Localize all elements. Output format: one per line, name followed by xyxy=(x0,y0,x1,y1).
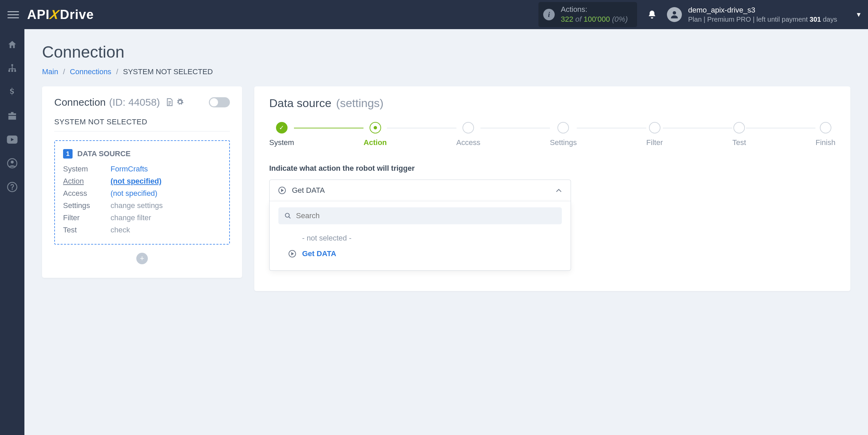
logo-api: API xyxy=(27,7,50,22)
svg-rect-4 xyxy=(14,70,16,72)
home-icon[interactable] xyxy=(6,39,18,51)
action-option-none[interactable]: - not selected - xyxy=(278,230,562,246)
settings-title: Data source xyxy=(269,97,331,110)
svg-point-9 xyxy=(12,189,13,190)
step-settings[interactable]: Settings xyxy=(550,122,577,147)
crumb-connections[interactable]: Connections xyxy=(70,67,111,76)
row-test-label: Test xyxy=(63,226,111,234)
step-access[interactable]: Access xyxy=(456,122,480,147)
help-icon[interactable] xyxy=(6,181,18,193)
video-icon[interactable] xyxy=(6,133,18,146)
avatar-icon xyxy=(667,7,682,22)
crumb-main[interactable]: Main xyxy=(42,67,58,76)
row-settings-label: Settings xyxy=(63,201,111,210)
settings-subtitle: (settings) xyxy=(336,97,383,110)
logo[interactable]: API X Drive xyxy=(27,7,94,22)
step-system[interactable]: ✓System xyxy=(269,122,294,147)
actions-of: of xyxy=(575,15,581,23)
briefcase-icon[interactable] xyxy=(6,110,18,122)
data-source-block[interactable]: 1 DATA SOURCE System FormCrafts Action (… xyxy=(54,140,230,245)
row-action-value[interactable]: (not specified) xyxy=(111,177,221,186)
chevron-down-icon: ▾ xyxy=(857,10,861,19)
enable-toggle[interactable] xyxy=(209,97,230,107)
connection-card-title: Connection xyxy=(54,97,106,108)
notes-icon[interactable] xyxy=(166,98,173,106)
step-number-badge: 1 xyxy=(63,149,73,159)
svg-rect-1 xyxy=(12,64,13,66)
action-selected-value: Get DATA xyxy=(292,186,325,195)
actions-counter[interactable]: i Actions: 322 of 100'000 (0%) xyxy=(538,2,637,27)
logo-x-icon: X xyxy=(49,7,61,22)
billing-icon[interactable] xyxy=(6,86,18,98)
settings-card: Data source (settings) ✓System Action Ac… xyxy=(254,86,850,291)
step-finish[interactable]: Finish xyxy=(815,122,835,147)
data-source-title: DATA SOURCE xyxy=(77,149,131,158)
connection-id: (ID: 44058) xyxy=(109,97,160,108)
row-access-value[interactable]: (not specified) xyxy=(111,189,221,198)
step-test[interactable]: Test xyxy=(732,122,746,147)
account-icon[interactable] xyxy=(6,157,18,169)
actions-limit: 100'000 xyxy=(584,15,610,23)
actions-pct: (0%) xyxy=(612,15,628,23)
action-search[interactable] xyxy=(278,207,562,224)
play-icon xyxy=(278,187,286,194)
step-filter[interactable]: Filter xyxy=(646,122,663,147)
connection-status: SYSTEM NOT SELECTED xyxy=(54,118,230,126)
svg-point-10 xyxy=(285,213,290,218)
action-search-input[interactable] xyxy=(296,211,556,220)
row-system-value[interactable]: FormCrafts xyxy=(111,165,221,173)
svg-rect-3 xyxy=(12,70,13,72)
row-settings-value[interactable]: change settings xyxy=(111,201,221,210)
menu-toggle[interactable] xyxy=(7,9,19,20)
action-dropdown: - not selected - Get DATA xyxy=(269,201,571,271)
svg-point-0 xyxy=(673,11,676,15)
play-icon xyxy=(289,250,296,257)
action-prompt: Indicate what action the robot will trig… xyxy=(269,164,835,173)
actions-used: 322 xyxy=(561,15,573,23)
breadcrumb: Main / Connections / SYSTEM NOT SELECTED xyxy=(42,67,850,76)
connection-card: Connection (ID: 44058) SYSTEM NOT SELECT… xyxy=(42,86,242,278)
step-progress: ✓System Action Access Settings Filter Te… xyxy=(269,122,835,147)
row-filter-label: Filter xyxy=(63,213,111,222)
notifications-icon[interactable] xyxy=(647,9,657,20)
page-title: Connection xyxy=(42,43,850,61)
plan-info: Plan | Premium PRO | left until payment … xyxy=(688,15,837,24)
user-menu[interactable]: demo_apix-drive_s3 Plan | Premium PRO | … xyxy=(667,5,861,24)
action-select[interactable]: Get DATA xyxy=(269,180,571,201)
step-action[interactable]: Action xyxy=(363,122,387,147)
user-name: demo_apix-drive_s3 xyxy=(688,5,837,15)
info-icon: i xyxy=(543,9,555,20)
connections-icon[interactable] xyxy=(6,62,18,75)
chevron-up-icon xyxy=(556,188,562,192)
svg-rect-2 xyxy=(8,70,10,72)
row-test-value[interactable]: check xyxy=(111,226,221,234)
add-block-button[interactable]: + xyxy=(136,253,148,264)
actions-label: Actions: xyxy=(561,5,628,15)
gear-icon[interactable] xyxy=(176,98,184,106)
row-system-label: System xyxy=(63,165,111,173)
crumb-current: SYSTEM NOT SELECTED xyxy=(123,67,213,76)
action-option-get-data[interactable]: Get DATA xyxy=(278,246,562,262)
row-access-label: Access xyxy=(63,189,111,198)
svg-point-7 xyxy=(11,161,14,164)
logo-drive: Drive xyxy=(60,7,94,22)
search-icon xyxy=(284,212,291,219)
row-filter-value[interactable]: change filter xyxy=(111,213,221,222)
row-action-label: Action xyxy=(63,177,111,186)
